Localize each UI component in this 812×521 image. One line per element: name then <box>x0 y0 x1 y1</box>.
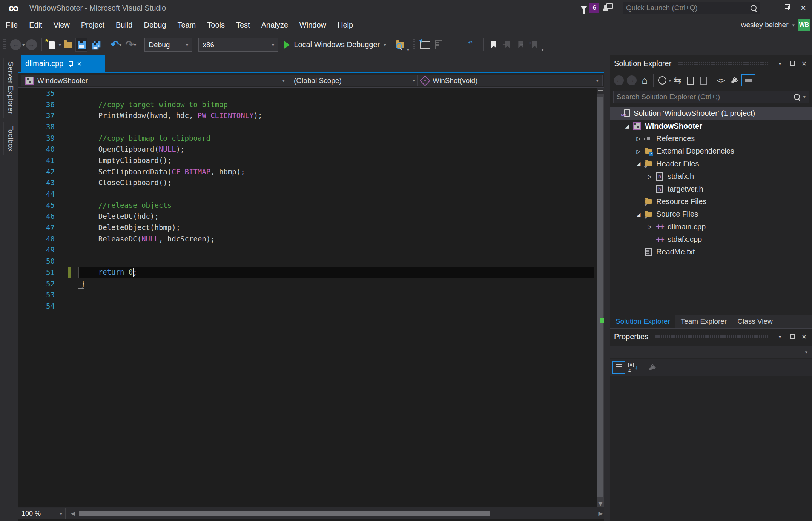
navbar-member-dropdown[interactable]: WinShot(void) ▾ <box>417 75 603 86</box>
menu-test[interactable]: Test <box>230 19 256 31</box>
properties-menu-caret-icon[interactable]: ▾ <box>776 334 784 340</box>
menu-tools[interactable]: Tools <box>201 19 230 31</box>
properties-property-pages-button[interactable] <box>646 361 657 373</box>
navigate-back-caret-icon[interactable]: ▾ <box>22 42 25 48</box>
start-debugging-caret-icon[interactable]: ▾ <box>384 42 386 48</box>
expander-icon[interactable]: ▷ <box>634 148 643 154</box>
solution-platform-dropdown[interactable]: x86 ▾ <box>198 38 278 52</box>
find-in-files-button[interactable] <box>394 38 406 51</box>
pane-menu-caret-icon[interactable]: ▾ <box>776 61 784 66</box>
toolbar-grip-2[interactable] <box>412 38 415 51</box>
code-line-53[interactable]: 53 <box>18 289 597 300</box>
dock-tab-solution-explorer[interactable]: Solution Explorer <box>610 315 675 328</box>
navbar-scope-dropdown[interactable]: (Global Scope) ▾ <box>287 75 419 86</box>
code-line-48[interactable]: 48 ReleaseDC(NULL, hdcScreen); <box>18 233 597 244</box>
code-line-46[interactable]: 46 DeleteDC(hdc); <box>18 211 597 222</box>
menu-edit[interactable]: Edit <box>23 19 48 31</box>
editor-splitter-handle[interactable] <box>597 88 604 94</box>
code-line-47[interactable]: 47 DeleteObject(hbmp); <box>18 222 597 233</box>
scroll-left-icon[interactable]: ◀ <box>69 510 77 517</box>
se-forward-button[interactable]: → <box>626 74 637 86</box>
attach-document-icon[interactable] <box>433 38 444 51</box>
menu-analyze[interactable]: Analyze <box>256 19 294 31</box>
expander-icon[interactable]: ◢ <box>634 161 643 167</box>
decrease-indent-icon[interactable]: ↶ <box>467 38 479 51</box>
close-tab-icon[interactable]: × <box>77 59 81 68</box>
code-line-37[interactable]: 37 PrintWindow(hwnd, hdc, PW_CLIENTONLY)… <box>18 110 597 121</box>
code-line-40[interactable]: 40 OpenClipboard(NULL); <box>18 143 597 155</box>
dock-tab-class-view[interactable]: Class View <box>732 315 778 328</box>
tree-item-solution-windowshooter-1-project[interactable]: ∞Solution 'WindowShooter' (1 project) <box>610 107 812 120</box>
se-pending-changes-filter-button[interactable] <box>657 74 668 86</box>
tree-item-stdafx-cpp[interactable]: ++stdafx.cpp <box>610 233 812 246</box>
tree-item-targetver-h[interactable]: htargetver.h <box>610 183 812 195</box>
undo-button[interactable]: ↶ <box>111 40 119 50</box>
expander-icon[interactable]: ▷ <box>645 174 655 180</box>
tree-item-resource-files[interactable]: Resource Files <box>610 195 812 208</box>
code-line-51[interactable]: 51 return 0; <box>18 267 597 278</box>
tree-item-references[interactable]: ▷References <box>610 132 812 145</box>
zoom-level-dropdown[interactable]: 100 % ▾ <box>18 508 66 519</box>
expander-icon[interactable]: ◢ <box>634 211 643 217</box>
menu-help[interactable]: Help <box>332 19 359 31</box>
next-bookmark-button[interactable]: → <box>515 38 526 51</box>
code-line-43[interactable]: 43 CloseClipboard(); <box>18 177 597 189</box>
minimize-button[interactable] <box>760 1 777 15</box>
solution-explorer-search-box[interactable]: Search Solution Explorer (Ctrl+;) ▾ <box>613 91 809 103</box>
tree-item-windowshooter[interactable]: ◢WindowShooter <box>610 120 812 132</box>
navigate-back-button[interactable]: ← <box>10 39 21 50</box>
scroll-down-icon[interactable]: ▼ <box>597 501 604 507</box>
code-line-50[interactable]: 50 <box>18 255 597 267</box>
navbar-project-dropdown[interactable]: WindowShooter ▾ <box>21 75 289 86</box>
save-all-button[interactable] <box>89 38 102 51</box>
se-show-all-files-button[interactable]: <> <box>715 74 727 86</box>
code-line-42[interactable]: 42 SetClipboardData(CF_BITMAP, hbmp); <box>18 166 597 177</box>
notifications-badge[interactable]: 6 <box>589 3 599 13</box>
code-line-39[interactable]: 39 //copy bitmap to clipboard <box>18 132 597 144</box>
new-file-caret-icon[interactable]: ▾ <box>59 42 61 48</box>
code-line-49[interactable]: 49 <box>18 244 597 256</box>
se-filter-caret-icon[interactable]: ▾ <box>669 78 671 83</box>
tree-item-dllmain-cpp[interactable]: ▷++dllmain.cpp <box>610 221 812 233</box>
close-pane-icon[interactable]: × <box>800 59 808 69</box>
code-line-35[interactable]: 35 <box>18 88 597 99</box>
close-button[interactable]: × <box>795 1 812 15</box>
dock-tab-team-explorer[interactable]: Team Explorer <box>675 315 732 328</box>
redo-caret-icon[interactable]: ▾ <box>134 42 137 48</box>
new-file-button[interactable]: * <box>46 38 58 51</box>
se-properties-button[interactable] <box>728 74 740 86</box>
toolbar-grip[interactable] <box>3 38 6 51</box>
avatar[interactable]: WB <box>798 19 810 31</box>
code-editor[interactable]: 3536 //copy target window to bitmap37 Pr… <box>18 88 597 507</box>
user-menu-caret-icon[interactable]: ▾ <box>792 22 795 28</box>
signed-in-user[interactable]: wesley belcher <box>741 21 789 29</box>
notifications-filter-icon[interactable] <box>580 6 587 10</box>
menu-window[interactable]: Window <box>294 19 332 31</box>
rail-tab-toolbox[interactable]: Toolbox <box>3 122 15 155</box>
menu-team[interactable]: Team <box>172 19 201 31</box>
tree-item-readme-txt[interactable]: ReadMe.txt <box>610 246 812 258</box>
se-collapse-all-button[interactable] <box>685 74 696 86</box>
find-caret-icon[interactable]: ▾ <box>407 47 410 52</box>
navigate-backward-editor-icon[interactable] <box>419 38 431 51</box>
restore-button[interactable] <box>777 1 795 15</box>
menu-view[interactable]: View <box>48 19 75 31</box>
properties-object-dropdown[interactable]: ▾ <box>610 346 812 358</box>
redo-button[interactable]: ↷ <box>125 40 134 50</box>
tree-item-external-dependencies[interactable]: ▷↗External Dependencies <box>610 145 812 157</box>
quick-launch-box[interactable]: Quick Launch (Ctrl+Q) <box>623 2 760 14</box>
toggle-bookmark-button[interactable] <box>488 38 499 51</box>
navigate-forward-button[interactable]: → <box>26 39 37 50</box>
vertical-scrollbar-thumb[interactable] <box>597 97 603 497</box>
se-sync-with-active-document-button[interactable]: ⇆ <box>672 74 683 86</box>
undo-caret-icon[interactable]: ▾ <box>119 42 122 48</box>
tab-dllmain-cpp[interactable]: dllmain.cpp × <box>21 55 105 72</box>
code-line-54[interactable]: 54 <box>18 300 597 312</box>
se-search-caret-icon[interactable]: ▾ <box>803 94 806 100</box>
code-line-52[interactable]: 52} <box>18 278 597 289</box>
properties-categorized-button[interactable] <box>612 361 625 374</box>
code-line-45[interactable]: 45 //release objects <box>18 200 597 211</box>
se-home-button[interactable]: ⌂ <box>639 74 650 86</box>
code-line-36[interactable]: 36 //copy target window to bitmap <box>18 99 597 110</box>
code-line-41[interactable]: 41 EmptyClipboard(); <box>18 155 597 166</box>
